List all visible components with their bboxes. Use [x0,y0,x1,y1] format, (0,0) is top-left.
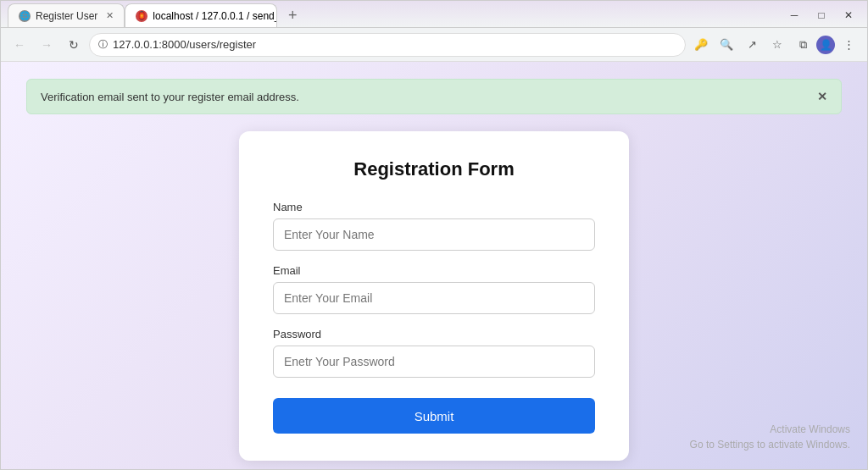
password-field-group: Password [273,328,595,378]
tab-register-user[interactable]: 🌐 Register User ✕ [8,3,125,27]
reload-button[interactable]: ↻ [62,33,86,57]
url-bar[interactable]: ⓘ 127.0.0.1:8000/users/register [89,33,686,57]
back-button[interactable]: ← [8,33,31,57]
name-input[interactable] [273,218,595,251]
watermark-line1: Activate Windows [690,422,850,437]
page-content: Verification email sent to your register… [1,62,867,469]
windows-watermark: Activate Windows Go to Settings to activ… [690,422,850,452]
maximize-button[interactable]: □ [810,3,833,27]
tab-label-2: localhost / 127.0.0.1 / send_ema... [153,10,277,22]
card-wrapper: Registration Form Name Email Password Su… [1,123,867,469]
close-button[interactable]: ✕ [837,3,860,27]
minimize-button[interactable]: ─ [782,3,806,27]
tab-close-1[interactable]: ✕ [106,10,114,21]
address-actions: 🔑 🔍 ↗ ☆ ⧉ 👤 ⋮ [689,33,860,57]
password-label: Password [273,328,595,340]
alert-close-button[interactable]: ✕ [817,90,827,103]
email-input[interactable] [273,282,595,314]
submit-button[interactable]: Submit [273,398,595,434]
lock-icon: ⓘ [98,38,108,51]
registration-card: Registration Form Name Email Password Su… [239,131,629,461]
name-label: Name [273,201,595,213]
tab-label-1: Register User [36,10,97,22]
tab-send-email[interactable]: 🏮 localhost / 127.0.0.1 / send_ema... ✕ [125,3,277,27]
tab-icon-1: 🌐 [19,10,31,22]
address-bar: ← → ↻ ⓘ 127.0.0.1:8000/users/register 🔑 … [1,28,867,62]
star-icon[interactable]: ☆ [765,33,789,57]
new-tab-button[interactable]: + [281,3,304,27]
name-field-group: Name [273,201,595,251]
alert-banner: Verification email sent to your register… [26,79,842,114]
profile-icon[interactable]: 👤 [816,36,835,54]
tab-bar: 🌐 Register User ✕ 🏮 localhost / 127.0.0.… [1,1,867,28]
alert-message: Verification email sent to your register… [41,91,299,103]
email-field-group: Email [273,264,595,314]
key-icon[interactable]: 🔑 [689,33,713,57]
url-text: 127.0.0.1:8000/users/register [113,38,256,51]
share-icon[interactable]: ↗ [740,33,764,57]
split-view-icon[interactable]: ⧉ [791,33,815,57]
more-options-icon[interactable]: ⋮ [837,33,860,57]
search-icon[interactable]: 🔍 [715,33,738,57]
password-input[interactable] [273,346,595,378]
forward-button[interactable]: → [35,33,58,57]
form-title: Registration Form [273,158,595,180]
watermark-line2: Go to Settings to activate Windows. [690,437,850,452]
browser-window: 🌐 Register User ✕ 🏮 localhost / 127.0.0.… [0,0,868,470]
email-label: Email [273,264,595,277]
tab-icon-2: 🏮 [136,10,147,22]
window-controls: ─ □ ✕ [782,3,860,27]
